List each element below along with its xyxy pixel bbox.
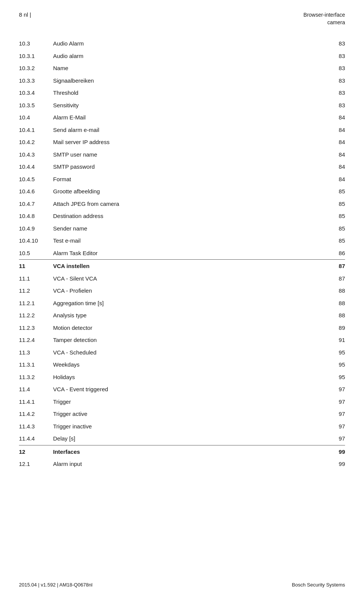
toc-row: 10.4.1 Send alarm e-mail 84 [19, 124, 345, 136]
toc-number: 11.2.4 [19, 334, 53, 347]
toc-page: 83 [320, 87, 345, 99]
toc-title: Name [53, 62, 320, 75]
toc-page: 95 [320, 359, 345, 371]
toc-row: 11 VCA instellen 87 [19, 260, 345, 273]
toc-row: 10.4.4 SMTP password 84 [19, 161, 345, 173]
toc-row: 10.4 Alarm E-Mail 84 [19, 111, 345, 124]
toc-row: 11.4.3 Trigger inactive 97 [19, 420, 345, 433]
toc-number: 11.4.3 [19, 420, 53, 433]
toc-row: 10.4.10 Test e-mail 85 [19, 235, 345, 247]
toc-row: 11.2.1 Aggregation time [s] 88 [19, 297, 345, 310]
toc-page: 85 [320, 235, 345, 247]
toc-number: 11.3.1 [19, 359, 53, 371]
toc-row: 11.2.2 Analysis type 88 [19, 309, 345, 322]
toc-page: 83 [320, 75, 345, 87]
toc-page: 85 [320, 223, 345, 235]
toc-row: 12.1 Alarm input 99 [19, 458, 345, 470]
toc-page: 97 [320, 396, 345, 408]
toc-row: 10.3.4 Threshold 83 [19, 87, 345, 99]
toc-page: 83 [320, 99, 345, 112]
toc-page: 95 [320, 347, 345, 359]
toc-page: 88 [320, 297, 345, 310]
header-title: Browser-interface camera [303, 11, 345, 26]
toc-number: 11.2.2 [19, 309, 53, 322]
toc-title: SMTP password [53, 161, 320, 173]
toc-title: VCA - Silent VCA [53, 273, 320, 285]
toc-title: Alarm input [53, 458, 320, 470]
toc-page: 88 [320, 285, 345, 297]
toc-number: 10.4.10 [19, 235, 53, 247]
toc-row: 11.4.1 Trigger 97 [19, 396, 345, 408]
toc-title: Audio Alarm [53, 38, 320, 50]
toc-title: Trigger active [53, 408, 320, 420]
toc-page: 85 [320, 185, 345, 198]
toc-row: 10.3.5 Sensitivity 83 [19, 99, 345, 112]
toc-title: Threshold [53, 87, 320, 99]
toc-number: 11 [19, 260, 53, 273]
toc-page: 85 [320, 210, 345, 223]
toc-page: 86 [320, 247, 345, 260]
toc-number: 10.4.9 [19, 223, 53, 235]
toc-number: 10.4.8 [19, 210, 53, 223]
footer-right: Bosch Security Systems [292, 582, 345, 588]
toc-row: 11.4 VCA - Event triggered 97 [19, 383, 345, 396]
toc-page: 85 [320, 198, 345, 210]
toc-page: 97 [320, 420, 345, 433]
toc-title: VCA - Event triggered [53, 383, 320, 396]
toc-title: Holidays [53, 371, 320, 384]
toc-number: 11.1 [19, 273, 53, 285]
toc-title: Signaalbereiken [53, 75, 320, 87]
toc-title: Attach JPEG from camera [53, 198, 320, 210]
toc-number: 11.4.4 [19, 433, 53, 445]
toc-row: 10.3 Audio Alarm 83 [19, 38, 345, 50]
toc-row: 10.4.7 Attach JPEG from camera 85 [19, 198, 345, 210]
toc-number: 11.4 [19, 383, 53, 396]
toc-title: VCA - Scheduled [53, 347, 320, 359]
toc-number: 12.1 [19, 458, 53, 470]
toc-title: Sender name [53, 223, 320, 235]
toc-row: 10.4.8 Destination address 85 [19, 210, 345, 223]
toc-title: VCA instellen [53, 260, 320, 273]
toc-page: 97 [320, 383, 345, 396]
toc-number: 10.4.1 [19, 124, 53, 136]
page-header: 8 nl | Browser-interface camera [19, 11, 345, 30]
toc-table: 10.3 Audio Alarm 83 10.3.1 Audio alarm 8… [19, 38, 345, 470]
toc-page: 83 [320, 50, 345, 63]
toc-row: 10.4.3 SMTP user name 84 [19, 149, 345, 161]
footer-left: 2015.04 | v1.592 | AM18-Q0678nl [19, 582, 93, 588]
toc-number: 11.2 [19, 285, 53, 297]
toc-row: 11.3.2 Holidays 95 [19, 371, 345, 384]
toc-number: 10.3 [19, 38, 53, 50]
toc-number: 10.4.6 [19, 185, 53, 198]
toc-title: Tamper detection [53, 334, 320, 347]
toc-page: 83 [320, 62, 345, 75]
toc-row: 11.3 VCA - Scheduled 95 [19, 347, 345, 359]
toc-page: 83 [320, 38, 345, 50]
toc-page: 84 [320, 136, 345, 149]
toc-row: 11.1 VCA - Silent VCA 87 [19, 273, 345, 285]
toc-number: 11.3.2 [19, 371, 53, 384]
toc-row: 11.3.1 Weekdays 95 [19, 359, 345, 371]
toc-page: 87 [320, 273, 345, 285]
toc-title: SMTP user name [53, 149, 320, 161]
toc-page: 99 [320, 445, 345, 458]
toc-title: Trigger inactive [53, 420, 320, 433]
toc-title: Delay [s] [53, 433, 320, 445]
toc-row: 11.2.4 Tamper detection 91 [19, 334, 345, 347]
toc-row: 10.4.5 Format 84 [19, 173, 345, 186]
toc-title: Audio alarm [53, 50, 320, 63]
toc-row: 10.3.2 Name 83 [19, 62, 345, 75]
toc-number: 10.4.4 [19, 161, 53, 173]
header-title-line2: camera [303, 19, 345, 27]
toc-title: Grootte afbeelding [53, 185, 320, 198]
toc-number: 10.5 [19, 247, 53, 260]
toc-row: 10.5 Alarm Task Editor 86 [19, 247, 345, 260]
toc-number: 11.2.1 [19, 297, 53, 310]
toc-page: 84 [320, 111, 345, 124]
toc-number: 11.3 [19, 347, 53, 359]
toc-number: 11.4.2 [19, 408, 53, 420]
header-title-line1: Browser-interface [303, 11, 345, 19]
toc-row: 11.2 VCA - Profielen 88 [19, 285, 345, 297]
page-container: 8 nl | Browser-interface camera 10.3 Aud… [0, 0, 364, 486]
toc-row: 11.2.3 Motion detector 89 [19, 322, 345, 334]
